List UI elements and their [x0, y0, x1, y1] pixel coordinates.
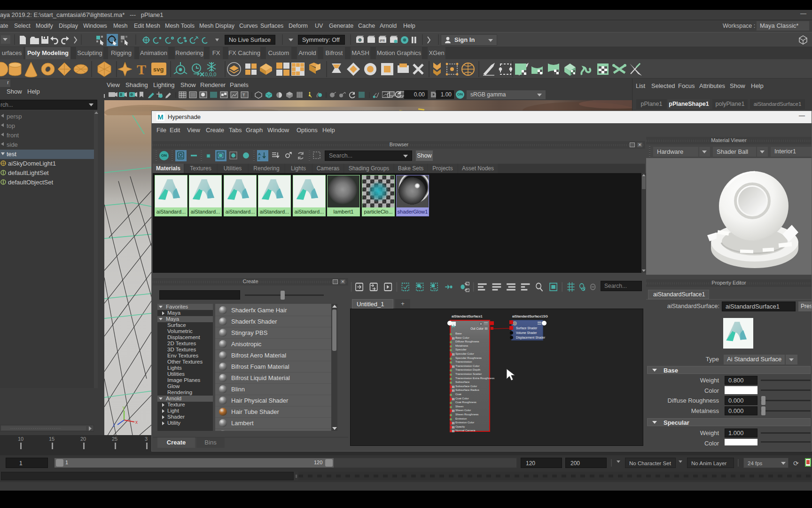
svg-text:y: y: [123, 405, 125, 410]
svg-text:0,0,0: 0,0,0: [205, 71, 216, 77]
svg-text:z: z: [113, 422, 115, 428]
svg-text:Z: Z: [258, 156, 260, 160]
svg-text:svg: svg: [153, 66, 164, 73]
svg-text:T: T: [137, 62, 146, 77]
svg-text:A: A: [258, 152, 261, 156]
svg-text:x: x: [135, 420, 138, 425]
svg-text:T: T: [242, 93, 245, 97]
svg-text:IPR: IPR: [380, 39, 385, 42]
